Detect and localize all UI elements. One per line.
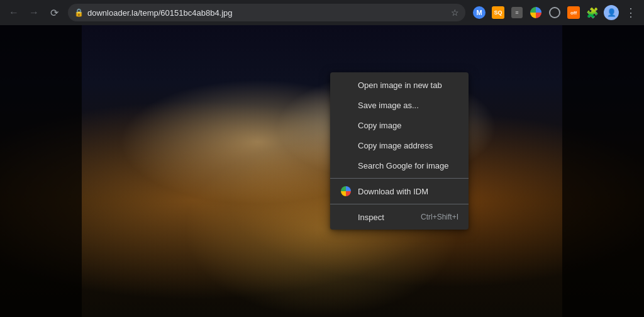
menu-item-copy-image-address[interactable]: Copy image address [330,135,469,155]
extension-orange-icon[interactable]: off [565,4,582,21]
copy-image-address-label: Copy image address [358,141,458,150]
inspect-label: Inspect [358,213,414,222]
refresh-button[interactable]: ⟳ [45,4,63,21]
save-image-icon [340,99,352,111]
lock-icon: 🔒 [74,8,84,17]
url-text: downloader.la/temp/60151bc4ab8b4.jpg [87,8,447,18]
extension-circle-icon[interactable] [546,4,564,21]
background-image [0,25,644,317]
open-new-tab-icon [340,79,352,91]
search-google-icon [340,160,352,171]
menu-item-save-image-as[interactable]: Save image as... [330,95,469,115]
open-new-tab-label: Open image in new tab [358,81,458,90]
save-image-label: Save image as... [358,101,458,110]
search-google-label: Search Google for image [358,161,458,170]
browser-chrome: ← → ⟳ 🔒 downloader.la/temp/60151bc4ab8b4… [0,0,644,25]
copy-image-label: Copy image [358,121,458,130]
inspect-icon [340,211,352,223]
extension-3-icon[interactable]: ≡ [508,4,526,21]
forward-button[interactable]: → [25,4,43,21]
menu-item-open-new-tab[interactable]: Open image in new tab [330,75,469,95]
page-area: Open image in new tab Save image as... C… [0,25,644,317]
toolbar-icons: M SQ ≡ off 🧩 👤 ⋮ [470,4,639,21]
menu-divider-2 [330,204,469,204]
extensions-button[interactable]: 🧩 [584,4,601,21]
menu-item-download-idm[interactable]: Download with IDM [330,181,469,201]
extension-sq-icon[interactable]: SQ [489,4,507,21]
menu-item-copy-image[interactable]: Copy image [330,115,469,135]
more-options-button[interactable]: ⋮ [621,4,639,21]
avatar: 👤 [604,5,619,20]
profile-button[interactable]: 👤 [602,4,620,21]
menu-item-inspect[interactable]: Inspect Ctrl+Shift+I [330,207,469,227]
menu-divider [330,178,469,179]
extension-g-icon[interactable] [527,4,545,21]
back-button[interactable]: ← [5,4,23,21]
copy-address-icon [340,140,352,151]
address-bar[interactable]: 🔒 downloader.la/temp/60151bc4ab8b4.jpg ☆ [68,4,465,21]
extension-m-icon[interactable]: M [470,4,488,21]
context-menu: Open image in new tab Save image as... C… [330,72,469,230]
idm-icon [340,186,352,197]
download-idm-label: Download with IDM [358,187,458,196]
inspect-shortcut: Ctrl+Shift+I [421,213,458,221]
bookmark-icon[interactable]: ☆ [451,8,459,18]
copy-image-icon [340,120,352,131]
nav-buttons: ← → ⟳ [5,4,63,21]
menu-item-search-google[interactable]: Search Google for image [330,155,469,175]
